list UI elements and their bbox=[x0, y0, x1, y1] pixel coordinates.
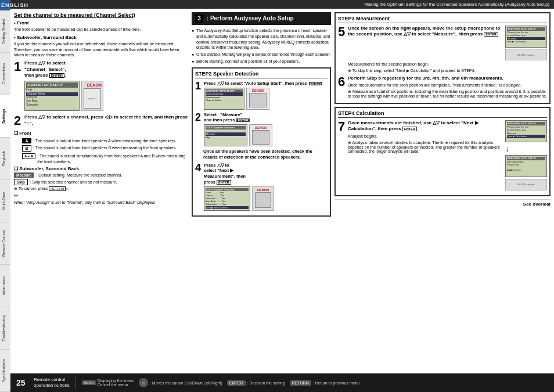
then-word: then bbox=[236, 174, 246, 179]
left-column: Set the channel to be measured (Channel … bbox=[14, 12, 188, 370]
step-1-content: Press △▽ to select "Channel Select",then… bbox=[24, 60, 188, 111]
left-sidebar: ENGLISH Getting Started Connections Sett… bbox=[0, 0, 10, 392]
bullet-2: ● Once started, MultEQ will play a serie… bbox=[192, 52, 331, 57]
step2-1-images: AUDYSSEY AUTO SETUP Auto Setup Start Mea… bbox=[204, 88, 328, 110]
step5-content: Once the screen on the right appears, mo… bbox=[348, 26, 547, 73]
sidebar-item-specifications[interactable]: Specifications bbox=[0, 350, 10, 392]
sidebar-item-multizone[interactable]: Multi-Zone bbox=[0, 180, 10, 222]
step7-text-area: Once measurements are finished, use △▽ t… bbox=[348, 120, 503, 190]
step2-2-images: STEP2 Speaker Detection Measure Skip DEN… bbox=[204, 124, 328, 146]
menu-icon: MENU bbox=[82, 380, 96, 385]
sidebar-item-information[interactable]: Information bbox=[0, 265, 10, 307]
step2-1-desc: Press △▽ to select "Auto Setup Start", t… bbox=[204, 81, 328, 87]
return-icon: RETURN bbox=[290, 380, 311, 386]
page-header: Making the Optimum Settings for the Conn… bbox=[10, 0, 554, 9]
step2-2-screen: STEP2 Speaker Detection Measure Skip bbox=[204, 124, 247, 146]
sidebar-item-connections[interactable]: Connections bbox=[0, 53, 10, 95]
bottom-label-line2: operation buttons bbox=[34, 383, 70, 389]
sidebar-item-playback[interactable]: Playback bbox=[0, 138, 10, 180]
step7-desc: Once measurements are finished, use △▽ t… bbox=[348, 120, 503, 132]
step4-images: STEP2 Speaker Detection Front ..........… bbox=[204, 186, 328, 211]
skip-text: : Skip the selected channel and do not m… bbox=[30, 179, 188, 185]
sidebar-item-getting-started[interactable]: Getting Started bbox=[0, 10, 10, 53]
step5-screen: AUDYSSEY AUTO SETUP Please place the mic… bbox=[505, 26, 547, 48]
step2-1-num: 1 bbox=[195, 81, 202, 91]
step-2-number: 2 bbox=[14, 114, 22, 127]
cursor-control: ○ : Moves the cursor (Up/Down/Left/Right… bbox=[139, 378, 222, 387]
page-number: 25 bbox=[16, 378, 28, 387]
step-1-number: 1 bbox=[14, 60, 22, 73]
step2-box: STEP2 Speaker Detection 1 Press △▽ to se… bbox=[192, 67, 331, 217]
bullet-list: ● The Audyssey Auto Setup function detec… bbox=[192, 28, 331, 64]
front-section-label: ❑ Front bbox=[14, 131, 188, 136]
step5-body: Measurements for the second position beg… bbox=[348, 62, 547, 67]
channel-options: A : The sound is output from front speak… bbox=[22, 138, 188, 164]
step-2-desc: Press △▽ to select a channel, press ◁ ▷ … bbox=[24, 114, 188, 127]
step4-block: 4 Press △▽ toselect "Next ▶Measurement",… bbox=[195, 163, 328, 211]
sidebar-item-remote[interactable]: Remote Control bbox=[0, 222, 10, 265]
step-1-block: 1 Press △▽ to select "Channel Select",th… bbox=[14, 60, 188, 111]
step-1-desc: Press △▽ to select "Channel Select",then… bbox=[24, 60, 188, 78]
sub-label: • Subwoofer, Surround Back bbox=[14, 35, 188, 40]
bottom-bar: 25 Remote control operation buttons MENU… bbox=[10, 373, 554, 392]
bottom-controls: MENU Displaying the menuCancel the menu … bbox=[82, 378, 548, 387]
step6-body: Once measurements for the sixth position… bbox=[348, 82, 547, 88]
step2-2-block: 2 Select "Measure"and then press ENTER S… bbox=[195, 112, 328, 147]
channel-A-text: : The sound is output from front speaker… bbox=[33, 138, 188, 143]
step5-row: Once the screen on the right appears, mo… bbox=[348, 26, 547, 60]
mid-column: 3 : Perform Audyssey Auto Setup ● The Au… bbox=[192, 12, 331, 370]
step4-desc: Press △▽ toselect "Next ▶Measurement", t… bbox=[204, 163, 328, 185]
step5-note: ※ To skip this step, select "Next ▶ Calc… bbox=[348, 69, 547, 73]
measure-row: Measure : Default setting. Measure the s… bbox=[14, 172, 188, 178]
step4-speaker: DENON bbox=[252, 186, 274, 211]
measure-text: : Default setting. Measure the selected … bbox=[36, 172, 188, 178]
sidebar-item-troubleshooting[interactable]: Troubleshooting bbox=[0, 307, 10, 350]
channel-AB-row: A + B : The sound is output simultaneous… bbox=[22, 153, 188, 164]
step6-title: Perform Step 5 repeatedly for the 3rd, 4… bbox=[348, 75, 547, 81]
channel-AB-text: : The sound is output simultaneously fro… bbox=[37, 153, 188, 164]
step2-title: STEP2 Speaker Detection bbox=[195, 71, 328, 78]
step7-screen2: AUDYSSEY AUTO SETUP Now calculating. Ple… bbox=[505, 155, 547, 177]
sub-text: If you set the channels you will not use… bbox=[14, 41, 188, 58]
step7-block: 7 Once measurements are finished, use △▽… bbox=[338, 120, 547, 190]
pencil-icon: ✏ bbox=[14, 193, 188, 199]
language-label: ENGLISH bbox=[0, 0, 10, 10]
enter-desc: : Decision the setting bbox=[247, 381, 285, 385]
amp-note: When "Amp Assign" is set to "Normal", on… bbox=[14, 200, 188, 204]
front-text: The front speaker to be measured can be … bbox=[14, 27, 188, 33]
step7-arrow-row: ↓ bbox=[505, 144, 547, 153]
perform-num: 3 bbox=[195, 15, 203, 23]
step-2-content: Press △▽ to select a channel, press ◁ ▷ … bbox=[24, 114, 188, 127]
step5-screen-wrap: AUDYSSEY AUTO SETUP Please place the mic… bbox=[505, 26, 547, 60]
header-title: Making the Optimum Settings for the Conn… bbox=[365, 2, 550, 7]
step2-1-screen: AUDYSSEY AUTO SETUP Auto Setup Start Mea… bbox=[204, 88, 244, 110]
main-content: Making the Optimum Settings for the Conn… bbox=[10, 0, 554, 392]
step2-2-speaker: DENON bbox=[249, 124, 272, 146]
step6-note: ※ Measure at a total of six positions, i… bbox=[348, 89, 547, 98]
step7-content: Once measurements are finished, use △▽ t… bbox=[348, 120, 547, 190]
bottom-label-line1: Remote control bbox=[34, 377, 70, 383]
step5-num: 5 bbox=[338, 26, 346, 38]
front-label: • Front bbox=[14, 20, 188, 26]
menu-control: MENU Displaying the menuCancel the menu bbox=[82, 379, 134, 387]
step7-body: Analysis begins. bbox=[348, 134, 503, 139]
step-1-speaker-img: DENON speaker bbox=[81, 81, 103, 111]
channel-B-key: B bbox=[22, 145, 31, 152]
step-1-images: AUDYSSEY AUTO SETUP Front Channel Select… bbox=[24, 81, 188, 111]
return-control: RETURN : Return to previous menu bbox=[290, 380, 360, 386]
step2-1-content: Press △▽ to select "Auto Setup Start", t… bbox=[204, 81, 328, 110]
step-1-screen: AUDYSSEY AUTO SETUP Front Channel Select… bbox=[24, 81, 80, 111]
bullet-2-text: Once started, MultEQ will play a series … bbox=[196, 52, 331, 57]
skip-badge: Skip bbox=[14, 179, 28, 185]
step6-num: 6 bbox=[338, 75, 346, 88]
step4-calc-box: STEP4 Calculation 7 Once measurements ar… bbox=[334, 107, 551, 196]
skip-row: Skip : Skip the selected channel and do … bbox=[14, 179, 188, 185]
menu-desc: Displaying the menuCancel the menu bbox=[98, 379, 134, 387]
channel-AB-key: A + B bbox=[22, 153, 35, 159]
enter-icon: ENTER bbox=[227, 380, 246, 386]
enter-control: ENTER : Decision the setting bbox=[227, 380, 285, 386]
step4-content: Press △▽ toselect "Next ▶Measurement", t… bbox=[204, 163, 328, 211]
return-desc: : Return to previous menu bbox=[313, 381, 360, 385]
sidebar-item-settings[interactable]: Settings bbox=[0, 95, 10, 138]
channel-B-row: B : The sound is output from front speak… bbox=[22, 145, 188, 152]
